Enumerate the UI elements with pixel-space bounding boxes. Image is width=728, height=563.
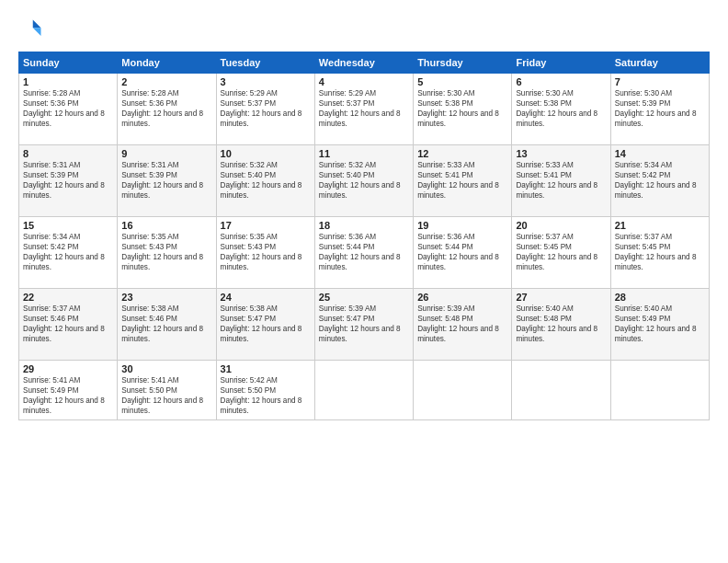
day-number: 1 — [23, 76, 113, 87]
day-number: 23 — [121, 292, 211, 303]
day-number: 13 — [516, 148, 606, 159]
day-info: Sunrise: 5:32 AMSunset: 5:40 PMDaylight:… — [319, 160, 409, 201]
calendar-cell: 22Sunrise: 5:37 AMSunset: 5:46 PMDayligh… — [19, 289, 118, 361]
calendar-cell: 27Sunrise: 5:40 AMSunset: 5:48 PMDayligh… — [512, 289, 610, 361]
calendar-cell: 15Sunrise: 5:34 AMSunset: 5:42 PMDayligh… — [19, 217, 118, 289]
calendar-cell — [610, 361, 709, 420]
day-number: 6 — [516, 76, 606, 87]
weekday-header-thursday: Thursday — [414, 52, 512, 74]
weekday-header-tuesday: Tuesday — [216, 52, 314, 74]
calendar-table: SundayMondayTuesdayWednesdayThursdayFrid… — [18, 52, 710, 420]
calendar-cell: 29Sunrise: 5:41 AMSunset: 5:49 PMDayligh… — [19, 361, 118, 420]
day-info: Sunrise: 5:34 AMSunset: 5:42 PMDaylight:… — [615, 160, 705, 201]
calendar-cell: 30Sunrise: 5:41 AMSunset: 5:50 PMDayligh… — [118, 361, 216, 420]
calendar-cell: 8Sunrise: 5:31 AMSunset: 5:39 PMDaylight… — [19, 145, 118, 217]
calendar-cell: 28Sunrise: 5:40 AMSunset: 5:49 PMDayligh… — [610, 289, 709, 361]
day-number: 14 — [615, 148, 705, 159]
day-info: Sunrise: 5:30 AMSunset: 5:38 PMDaylight:… — [516, 88, 606, 129]
calendar-cell: 25Sunrise: 5:39 AMSunset: 5:47 PMDayligh… — [314, 289, 413, 361]
calendar-cell: 12Sunrise: 5:33 AMSunset: 5:41 PMDayligh… — [414, 145, 512, 217]
day-info: Sunrise: 5:31 AMSunset: 5:39 PMDaylight:… — [23, 160, 113, 201]
day-number: 5 — [417, 76, 507, 87]
day-info: Sunrise: 5:29 AMSunset: 5:37 PMDaylight:… — [319, 88, 409, 129]
day-info: Sunrise: 5:39 AMSunset: 5:47 PMDaylight:… — [319, 304, 409, 344]
day-number: 8 — [23, 148, 113, 159]
day-info: Sunrise: 5:40 AMSunset: 5:49 PMDaylight:… — [615, 304, 705, 344]
calendar-cell: 14Sunrise: 5:34 AMSunset: 5:42 PMDayligh… — [610, 145, 709, 217]
day-info: Sunrise: 5:37 AMSunset: 5:46 PMDaylight:… — [23, 304, 113, 344]
weekday-header-saturday: Saturday — [610, 52, 709, 74]
calendar-cell: 11Sunrise: 5:32 AMSunset: 5:40 PMDayligh… — [314, 145, 413, 217]
day-number: 16 — [121, 220, 211, 231]
day-number: 24 — [221, 292, 311, 303]
calendar-cell — [512, 361, 610, 420]
day-number: 4 — [319, 76, 409, 87]
day-info: Sunrise: 5:38 AMSunset: 5:47 PMDaylight:… — [221, 304, 311, 344]
calendar-cell: 5Sunrise: 5:30 AMSunset: 5:38 PMDaylight… — [414, 74, 512, 145]
calendar-cell: 1Sunrise: 5:28 AMSunset: 5:36 PMDaylight… — [19, 74, 118, 145]
day-info: Sunrise: 5:36 AMSunset: 5:44 PMDaylight:… — [417, 232, 507, 272]
calendar-cell: 18Sunrise: 5:36 AMSunset: 5:44 PMDayligh… — [314, 217, 413, 289]
day-number: 17 — [221, 220, 311, 231]
day-info: Sunrise: 5:36 AMSunset: 5:44 PMDaylight:… — [319, 232, 409, 272]
header — [18, 17, 710, 42]
calendar-cell: 26Sunrise: 5:39 AMSunset: 5:48 PMDayligh… — [414, 289, 512, 361]
day-info: Sunrise: 5:41 AMSunset: 5:49 PMDaylight:… — [23, 375, 113, 416]
calendar-cell: 20Sunrise: 5:37 AMSunset: 5:45 PMDayligh… — [512, 217, 610, 289]
day-number: 10 — [221, 148, 311, 159]
logo — [18, 17, 48, 42]
calendar-cell: 6Sunrise: 5:30 AMSunset: 5:38 PMDaylight… — [512, 74, 610, 145]
calendar-cell: 23Sunrise: 5:38 AMSunset: 5:46 PMDayligh… — [118, 289, 216, 361]
day-info: Sunrise: 5:38 AMSunset: 5:46 PMDaylight:… — [121, 304, 211, 344]
day-info: Sunrise: 5:28 AMSunset: 5:36 PMDaylight:… — [121, 88, 211, 129]
day-info: Sunrise: 5:41 AMSunset: 5:50 PMDaylight:… — [121, 375, 211, 416]
day-info: Sunrise: 5:35 AMSunset: 5:43 PMDaylight:… — [121, 232, 211, 272]
calendar-cell: 19Sunrise: 5:36 AMSunset: 5:44 PMDayligh… — [414, 217, 512, 289]
day-info: Sunrise: 5:29 AMSunset: 5:37 PMDaylight:… — [221, 88, 311, 129]
calendar-cell: 3Sunrise: 5:29 AMSunset: 5:37 PMDaylight… — [216, 74, 314, 145]
day-number: 21 — [615, 220, 705, 231]
day-info: Sunrise: 5:37 AMSunset: 5:45 PMDaylight:… — [516, 232, 606, 272]
weekday-header-wednesday: Wednesday — [314, 52, 413, 74]
day-number: 26 — [417, 292, 507, 303]
day-number: 20 — [516, 220, 606, 231]
calendar-cell: 24Sunrise: 5:38 AMSunset: 5:47 PMDayligh… — [216, 289, 314, 361]
calendar-cell: 4Sunrise: 5:29 AMSunset: 5:37 PMDaylight… — [314, 74, 413, 145]
day-info: Sunrise: 5:32 AMSunset: 5:40 PMDaylight:… — [221, 160, 311, 201]
day-info: Sunrise: 5:28 AMSunset: 5:36 PMDaylight:… — [23, 88, 113, 129]
day-number: 27 — [516, 292, 606, 303]
day-number: 30 — [121, 363, 211, 374]
day-number: 25 — [319, 292, 409, 303]
day-number: 28 — [615, 292, 705, 303]
calendar-cell: 10Sunrise: 5:32 AMSunset: 5:40 PMDayligh… — [216, 145, 314, 217]
calendar-cell: 7Sunrise: 5:30 AMSunset: 5:39 PMDaylight… — [610, 74, 709, 145]
calendar-cell: 17Sunrise: 5:35 AMSunset: 5:43 PMDayligh… — [216, 217, 314, 289]
calendar-cell: 31Sunrise: 5:42 AMSunset: 5:50 PMDayligh… — [216, 361, 314, 420]
day-number: 15 — [23, 220, 113, 231]
day-number: 19 — [417, 220, 507, 231]
weekday-header-monday: Monday — [118, 52, 216, 74]
svg-marker-0 — [33, 20, 41, 29]
day-number: 11 — [319, 148, 409, 159]
day-number: 12 — [417, 148, 507, 159]
weekday-header-sunday: Sunday — [19, 52, 118, 74]
day-info: Sunrise: 5:37 AMSunset: 5:45 PMDaylight:… — [615, 232, 705, 272]
weekday-header-row: SundayMondayTuesdayWednesdayThursdayFrid… — [19, 52, 710, 74]
weekday-header-friday: Friday — [512, 52, 610, 74]
day-number: 22 — [23, 292, 113, 303]
calendar-cell: 2Sunrise: 5:28 AMSunset: 5:36 PMDaylight… — [118, 74, 216, 145]
calendar-cell — [414, 361, 512, 420]
calendar-cell: 9Sunrise: 5:31 AMSunset: 5:39 PMDaylight… — [118, 145, 216, 217]
day-number: 29 — [23, 363, 113, 374]
day-number: 3 — [221, 76, 311, 87]
day-number: 31 — [221, 363, 311, 374]
page: SundayMondayTuesdayWednesdayThursdayFrid… — [0, 0, 728, 563]
day-number: 18 — [319, 220, 409, 231]
day-info: Sunrise: 5:30 AMSunset: 5:39 PMDaylight:… — [615, 88, 705, 129]
day-number: 9 — [121, 148, 211, 159]
day-info: Sunrise: 5:34 AMSunset: 5:42 PMDaylight:… — [23, 232, 113, 272]
day-info: Sunrise: 5:35 AMSunset: 5:43 PMDaylight:… — [221, 232, 311, 272]
svg-marker-1 — [33, 28, 41, 36]
logo-icon — [18, 17, 44, 42]
day-number: 7 — [615, 76, 705, 87]
